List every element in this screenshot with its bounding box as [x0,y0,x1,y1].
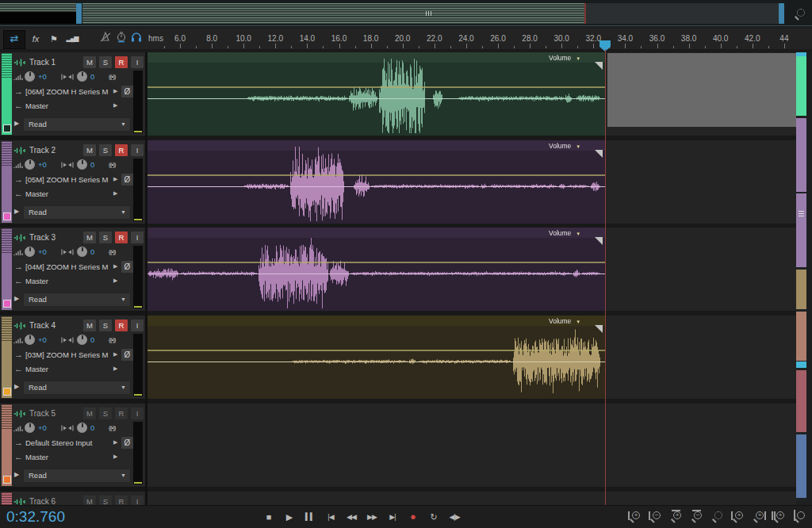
stop-button[interactable]: ■ [262,509,276,525]
effects-toggle-button[interactable]: fx [27,30,44,48]
navigator-session-overview[interactable] [82,3,584,24]
volume-value[interactable]: +0 [38,72,47,81]
track-lane[interactable]: Volume▼ [147,316,796,399]
pan-knob[interactable] [77,159,87,170]
monitor-input-icon[interactable]: ((•)) [109,161,115,168]
navigator-left-handle[interactable] [76,3,82,24]
track-name[interactable]: Track 4 [29,321,56,330]
phase-invert-button[interactable]: Ø [121,349,133,361]
zoom-in-at-out-point-button[interactable]: + [750,509,766,525]
arm-record-button[interactable]: R [115,144,128,156]
solo-button[interactable]: S [99,231,112,243]
track-color-strip[interactable] [2,141,12,223]
track-lane[interactable] [147,492,796,505]
volume-value[interactable]: +0 [38,423,47,432]
track-color-chip[interactable] [3,388,11,396]
output-select[interactable]: Master [25,453,111,461]
mute-button[interactable]: M [83,495,96,505]
marker-tool-button[interactable]: ⚑ [46,30,62,48]
automation-collapse-icon[interactable]: ▶ [14,295,19,302]
solo-button[interactable]: S [99,56,112,68]
input-select[interactable]: [05M] ZOOM H Series M [25,175,111,184]
volume-knob[interactable] [25,159,35,170]
output-submenu-icon[interactable]: ▶ [113,102,117,109]
mixer-view-button[interactable]: ▂▄▆ [63,30,81,48]
pan-value[interactable]: 0 [90,72,94,81]
move-playhead-next-button[interactable]: ▶| [385,509,400,525]
input-select[interactable]: [04M] ZOOM H Series M [25,262,111,271]
input-monitor-button[interactable]: I [131,407,144,419]
play-button[interactable]: ▶ [282,509,297,525]
solo-button[interactable]: S [99,319,112,331]
automation-collapse-icon[interactable]: ▶ [14,383,19,390]
timeline-navigator[interactable] [0,0,812,27]
pan-knob[interactable] [77,423,87,433]
move-playhead-previous-button[interactable]: |◀ [324,509,338,525]
track-lanes[interactable]: Volume▼Volume▼Volume▼Volume▼ [147,52,796,505]
phase-invert-button[interactable]: Ø [121,86,133,98]
monitor-headphones-icon[interactable] [128,30,144,48]
track-color-strip[interactable] [2,53,12,135]
pan-knob[interactable] [77,335,87,345]
pan-value[interactable]: 0 [90,160,94,169]
clip-edge-handle[interactable] [595,237,603,245]
navigator-zoom-icon[interactable] [791,6,807,22]
input-monitor-button[interactable]: I [131,231,144,243]
phase-invert-button[interactable]: Ø [121,437,133,449]
zoom-reset-button[interactable] [709,509,725,525]
output-submenu-icon[interactable]: ▶ [113,190,117,197]
track-lane[interactable]: Volume▼ [147,52,796,136]
volume-value[interactable]: +0 [38,335,47,344]
pan-knob[interactable] [77,247,87,257]
pan-value[interactable]: 0 [90,423,94,432]
arm-record-button[interactable]: R [115,56,128,68]
volume-knob[interactable] [25,247,35,257]
input-submenu-icon[interactable]: ▶ [113,176,117,182]
track-color-strip[interactable] [2,492,12,505]
track-color-chip[interactable] [3,476,11,484]
mute-button[interactable]: M [83,319,96,331]
monitor-input-icon[interactable]: ((•)) [109,336,115,343]
automation-mode-dropdown[interactable]: Read ▼ [23,469,131,483]
track-name[interactable]: Track 5 [29,409,56,418]
metronome-icon[interactable] [98,30,113,48]
skip-selection-button[interactable]: ◀|▶ [447,509,462,525]
clip-envelope-selector[interactable]: Volume▼ [549,317,580,325]
loop-playback-button[interactable]: ↻ [427,509,441,525]
automation-mode-dropdown[interactable]: Read ▼ [23,117,131,132]
input-monitor-button[interactable]: I [131,319,144,331]
scrollbar-segment-track-5[interactable] [796,312,806,361]
volume-knob[interactable] [25,423,35,433]
track-color-chip[interactable] [3,124,11,132]
track-name[interactable]: Track 1 [29,58,56,67]
mute-button[interactable]: M [83,144,96,156]
monitor-input-icon[interactable]: ((•)) [109,424,115,431]
phase-invert-button[interactable]: Ø [121,261,133,273]
automation-collapse-icon[interactable]: ▶ [14,471,19,478]
automation-mode-dropdown[interactable]: Read ▼ [23,293,131,307]
record-timer-icon[interactable] [114,30,128,48]
automation-mode-dropdown[interactable]: Read ▼ [23,381,131,395]
output-submenu-icon[interactable]: ▶ [113,277,117,284]
input-submenu-icon[interactable]: ▶ [113,263,117,270]
clip-edge-handle[interactable] [595,325,603,333]
pause-button[interactable]: ▍▍ [303,509,317,525]
input-submenu-icon[interactable]: ▶ [113,88,117,94]
zoom-to-all-button[interactable] [791,509,807,525]
solo-button[interactable]: S [99,144,112,156]
arm-record-button[interactable]: R [115,407,128,419]
track-name[interactable]: Track 2 [29,146,56,155]
input-select[interactable]: Default Stereo Input [25,438,111,447]
solo-button[interactable]: S [99,495,112,505]
track-color-chip[interactable] [3,300,11,308]
output-submenu-icon[interactable]: ▶ [113,365,117,372]
zoom-out-amplitude-button[interactable]: − [688,509,704,525]
mute-button[interactable]: M [83,407,96,419]
scrollbar-segment-track-4[interactable] [796,270,806,309]
automation-mode-dropdown[interactable]: Read ▼ [23,205,131,220]
fast-forward-button[interactable]: ▶▶ [365,509,379,525]
input-select[interactable]: [06M] ZOOM H Series M [25,87,111,96]
track-name[interactable]: Track 3 [29,233,56,242]
input-monitor-button[interactable]: I [131,495,144,505]
output-select[interactable]: Master [25,101,111,110]
